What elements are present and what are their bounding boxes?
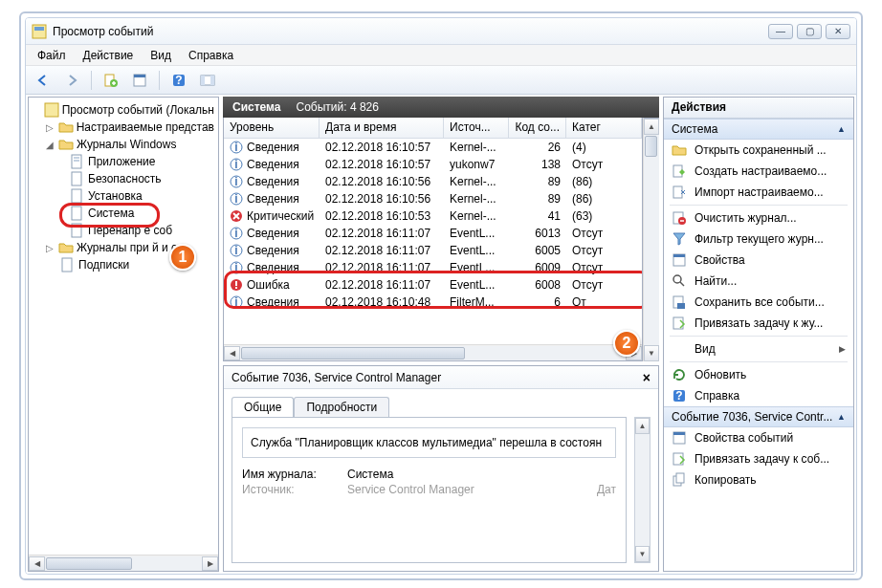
menu-help[interactable]: Справка — [181, 47, 241, 64]
table-row[interactable]: iСведения02.12.2018 16:11:07EventL...600… — [224, 259, 642, 276]
action-item[interactable]: ?Справка — [664, 385, 853, 406]
detail-log-value: Система — [347, 468, 393, 481]
tree-scroll-right[interactable]: ▶ — [202, 556, 218, 571]
detail-vscrollbar[interactable] — [635, 434, 650, 546]
action-icon — [672, 210, 687, 226]
action-icon — [672, 231, 687, 247]
col-code[interactable]: Код со... — [509, 118, 566, 138]
svg-rect-57 — [676, 473, 684, 483]
list-scroll-right[interactable]: ▶ — [626, 346, 642, 360]
svg-rect-19 — [62, 258, 72, 272]
list-scroll-down[interactable]: ▼ — [644, 345, 659, 361]
tree-system[interactable]: Система — [31, 205, 216, 222]
menu-view[interactable]: Вид — [143, 47, 179, 64]
action-item[interactable]: Очистить журнал... — [664, 207, 853, 229]
action-item[interactable]: Найти... — [664, 271, 853, 292]
tree-custom-views[interactable]: ▷Настраиваемые представ — [31, 119, 216, 136]
detail-log-label: Имя журнала: — [242, 468, 347, 481]
svg-rect-11 — [45, 103, 58, 117]
menu-file[interactable]: Файл — [30, 47, 74, 64]
col-datetime[interactable]: Дата и время — [320, 118, 444, 138]
toolbar-properties-icon[interactable] — [128, 70, 151, 91]
list-count: Событий: 4 826 — [297, 100, 379, 114]
forward-button[interactable] — [60, 70, 83, 91]
level-icon: i — [230, 192, 243, 206]
col-source[interactable]: Источ... — [444, 118, 509, 138]
svg-rect-18 — [72, 224, 81, 237]
actions-section-event[interactable]: Событие 7036, Service Contr...▲ — [664, 406, 853, 427]
tree-scrollbar[interactable] — [45, 556, 202, 571]
list-header: Система Событий: 4 826 — [223, 97, 659, 118]
svg-rect-37 — [235, 287, 237, 289]
tab-details[interactable]: Подробности — [294, 397, 389, 417]
toolbar-action-icon[interactable] — [99, 70, 122, 91]
action-icon: ? — [672, 388, 687, 403]
action-item[interactable]: Открыть сохраненный ... — [664, 140, 853, 161]
action-item[interactable]: Свойства событий — [664, 427, 853, 448]
detail-scroll-up[interactable]: ▲ — [635, 418, 650, 434]
action-item[interactable]: Копировать — [664, 469, 853, 490]
toolbar-help-icon[interactable]: ? — [167, 70, 190, 91]
action-item[interactable]: Привязать задачу к жу... — [664, 313, 853, 334]
svg-text:i: i — [234, 192, 237, 206]
action-icon — [672, 142, 687, 158]
col-level[interactable]: Уровень — [224, 118, 320, 138]
table-row[interactable]: iСведения02.12.2018 16:10:56Kernel-...89… — [224, 173, 642, 190]
action-item[interactable]: Сохранить все событи... — [664, 292, 853, 313]
action-item[interactable]: Импорт настраиваемо... — [664, 182, 853, 203]
action-item[interactable]: Обновить — [664, 364, 853, 385]
svg-rect-15 — [72, 172, 81, 185]
tree-setup[interactable]: Установка — [31, 187, 216, 205]
level-icon: i — [230, 261, 243, 274]
table-row[interactable]: iСведения02.12.2018 16:10:48FilterM...6О… — [224, 294, 642, 311]
close-button[interactable]: ✕ — [826, 24, 850, 39]
list-scroll-left[interactable]: ◀ — [224, 346, 240, 360]
action-icon — [672, 273, 687, 289]
tree-scroll-left[interactable]: ◀ — [29, 556, 45, 571]
tree-security[interactable]: Безопасность — [31, 170, 216, 187]
svg-point-46 — [673, 275, 681, 283]
svg-rect-17 — [72, 207, 81, 220]
action-icon — [672, 341, 687, 357]
toolbar-pane-icon[interactable] — [196, 70, 219, 91]
action-item[interactable]: Свойства — [664, 250, 853, 271]
tree-subscriptions[interactable]: Подписки — [31, 256, 216, 273]
detail-scroll-down[interactable]: ▼ — [635, 546, 650, 562]
list-vscrollbar[interactable] — [644, 135, 659, 345]
svg-rect-49 — [677, 303, 685, 309]
detail-close-icon[interactable]: × — [643, 370, 650, 385]
table-row[interactable]: Критический02.12.2018 16:10:53Kernel-...… — [224, 207, 642, 225]
tree-root[interactable]: Просмотр событий (Локальн — [31, 101, 216, 119]
list-scroll-up[interactable]: ▲ — [644, 119, 659, 135]
action-item[interactable]: Создать настраиваемо... — [664, 161, 853, 182]
table-header: Уровень Дата и время Источ... Код со... … — [224, 118, 642, 139]
window-title: Просмотр событий — [53, 25, 153, 38]
level-icon: i — [230, 227, 243, 240]
table-row[interactable]: iСведения02.12.2018 16:11:07EventL...601… — [224, 225, 642, 242]
level-icon: i — [230, 175, 243, 188]
actions-panel: Действия Система▲ Открыть сохраненный ..… — [663, 97, 854, 572]
tab-general[interactable]: Общие — [232, 397, 294, 417]
table-row[interactable]: Ошибка02.12.2018 16:11:07EventL...6008От… — [224, 276, 642, 294]
tree-windows-logs[interactable]: ◢Журналы Windows — [31, 136, 216, 153]
table-row[interactable]: iСведения02.12.2018 16:11:07EventL...600… — [224, 242, 642, 259]
list-hscrollbar[interactable] — [240, 346, 626, 360]
action-icon — [672, 472, 687, 488]
back-button[interactable] — [32, 70, 55, 91]
detail-message: Служба "Планировщик классов мультимедиа"… — [242, 427, 616, 458]
action-item[interactable]: Фильтр текущего журн... — [664, 229, 853, 250]
table-row[interactable]: iСведения02.12.2018 16:10:57yukonw7138От… — [224, 156, 642, 173]
col-category[interactable]: Катег — [566, 118, 642, 138]
svg-rect-10 — [210, 76, 214, 85]
menu-action[interactable]: Действие — [76, 47, 142, 64]
actions-section-system[interactable]: Система▲ — [664, 119, 853, 140]
tree-forwarded[interactable]: Перенапр е соб — [31, 222, 216, 239]
maximize-button[interactable]: ▢ — [797, 24, 822, 39]
tree-application[interactable]: Приложение — [31, 153, 216, 170]
tree-app-services[interactable]: ▷Журналы при й и сл — [31, 239, 216, 256]
action-item[interactable]: Вид▶ — [664, 338, 853, 359]
table-row[interactable]: iСведения02.12.2018 16:10:56Kernel-...89… — [224, 190, 642, 207]
minimize-button[interactable]: — — [768, 24, 793, 39]
table-row[interactable]: iСведения02.12.2018 16:10:57Kernel-...26… — [224, 139, 642, 156]
action-item[interactable]: Привязать задачу к соб... — [664, 448, 853, 469]
